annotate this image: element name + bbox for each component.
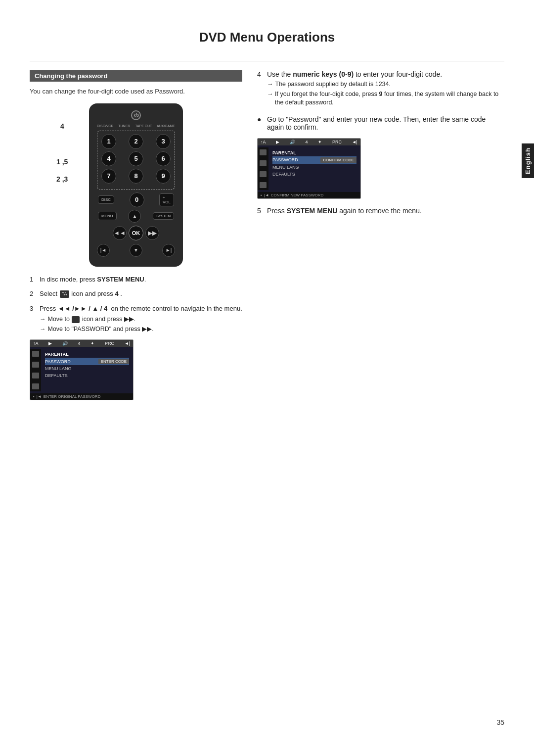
menu-icon-4 (32, 383, 39, 389)
menu-icon-5 (260, 149, 267, 155)
power-button-icon: ⏻ (131, 110, 141, 120)
page-number: 35 (496, 718, 504, 726)
menu-bottom-icon-2: |◄ (37, 394, 42, 399)
section-header: Changing the password (30, 70, 242, 82)
num-btn-0: 0 (130, 192, 144, 207)
menu-body-2: PARENTAL PASSWORD CONFIRM CODE MENU LANG… (258, 145, 360, 192)
menu-icon-3 (32, 373, 39, 378)
sub-bullet-4-1: → The password supplied by default is 12… (267, 80, 504, 89)
menu-item-password-2: PASSWORD CONFIRM CODE (272, 156, 356, 164)
step-content-2: Select TA icon and press 4 . (40, 289, 242, 299)
step-3-subbullets: → Move to icon and press ▶▶. → Move to "… (40, 315, 242, 333)
step-3: 3 Press ◄◄ /►► / ▲ / 4 on the remote con… (30, 304, 242, 335)
remote-label-1-5: 1 ,5 (56, 158, 68, 166)
steps-list-left: 1 In disc mode, press SYSTEM MENU. 2 Sel… (30, 275, 242, 335)
ok-btn: OK (129, 226, 143, 240)
menu-sidebar-2: PARENTAL PASSWORD CONFIRM CODE MENU LANG… (258, 147, 360, 190)
up-btn: ▲ (128, 210, 141, 223)
menu-screenshot-1: ↑A ▶ 🔊 4 ✦ PRC ◄| (30, 339, 134, 400)
menu-item-parental-2: PARENTAL (272, 149, 356, 156)
menu-screenshot-2: ↑A ▶ 🔊 4 ✦ PRC ◄| (257, 138, 361, 199)
arrow-cluster: ◄◄ OK ▶▶ (97, 225, 175, 241)
menu-bottom-icon-1: ▪ (33, 394, 35, 399)
step-bullet: ● Go to "Password" and enter your new co… (257, 115, 504, 131)
step-num-bullet: ● (257, 115, 264, 131)
step-num-2: 2 (30, 289, 37, 299)
num-btn-9: 9 (156, 169, 171, 184)
next-btn: ►| (162, 244, 175, 257)
menu-btn: MENU (98, 212, 117, 220)
menu-item-menulang-1: MENU LANG (45, 365, 129, 372)
menu-bottom-bar-1: ▪ |◄ ENTER ORIGINAL PASSWORD (30, 393, 133, 400)
num-btn-1: 1 (101, 134, 116, 149)
menu-icon-2 (32, 362, 39, 368)
prev-btn: |◄ (97, 244, 110, 257)
middle-controls: DISC 0 +VOL (97, 192, 175, 207)
remote-label-4: 4 (60, 122, 64, 130)
disc-btn: DISC (98, 195, 114, 204)
menu-bottom-label-2: CONFIRM NEW PASSWORD (271, 193, 324, 197)
sub-bullet-3-2: → Move to "PASSWORD" and press ▶▶. (40, 325, 242, 334)
vol-btn: +VOL (159, 193, 174, 206)
menu-item-defaults-2: DEFAULTS (272, 171, 356, 178)
step-num-4: 4 (257, 70, 264, 108)
num-btn-5: 5 (129, 151, 143, 166)
rewind-btn: ◄◄ (113, 226, 127, 240)
step-num-1: 1 (30, 275, 37, 284)
sub-bullet-4-2: → If you forget the four-digit code, pre… (267, 90, 504, 107)
right-column: 4 Use the numeric keys (0-9) to enter yo… (257, 70, 504, 400)
step-num-5: 5 (257, 207, 264, 215)
menu-bottom-icon-3: ▪ (261, 193, 262, 197)
menu-items-col-2: PARENTAL PASSWORD CONFIRM CODE MENU LANG… (268, 147, 360, 190)
menu-body-1: PARENTAL PASSWORD ENTER CODE MENU LANG D… (30, 347, 133, 393)
menu-sidebar-1: PARENTAL PASSWORD ENTER CODE MENU LANG D… (30, 349, 133, 391)
step-content-bullet: Go to "Password" and enter your new code… (267, 115, 504, 131)
down-btn: ▼ (130, 244, 142, 257)
fastforward-btn: ▶▶ (145, 226, 159, 240)
menu-item-parental-1: PARENTAL (45, 351, 129, 358)
menu-item-menulang-2: MENU LANG (272, 164, 356, 171)
step-4: 4 Use the numeric keys (0-9) to enter yo… (257, 70, 504, 108)
menu-icons-col-2 (258, 147, 268, 190)
step-content-5: Press SYSTEM MENU again to remove the me… (267, 207, 504, 215)
menu-icon-7 (260, 171, 267, 177)
menu-items-col-1: PARENTAL PASSWORD ENTER CODE MENU LANG D… (41, 349, 133, 391)
source-row: DISC/VCR TUNER TAPE CUT AUX/GAME (97, 124, 175, 128)
num-btn-4: 4 (101, 151, 116, 166)
menu-bottom-label-1: ENTER ORIGINAL PASSWORD (44, 394, 101, 399)
step-5: 5 Press SYSTEM MENU again to remove the … (257, 207, 504, 215)
num-btn-7: 7 (101, 169, 116, 184)
menu-icon-6 (260, 160, 267, 166)
step-content-3: Press ◄◄ /►► / ▲ / 4 on the remote contr… (40, 304, 242, 335)
menu-system-row: MENU ▲ SYSTEM (97, 210, 175, 223)
menu-bottom-icon-4: |◄ (264, 193, 269, 197)
num-btn-8: 8 (129, 169, 143, 184)
remote-illustration: 4 1 ,5 2 ,3 ⏻ D (30, 103, 242, 267)
step-4-subbullets: → The password supplied by default is 12… (267, 80, 504, 107)
step-num-3: 3 (30, 304, 37, 335)
num-btn-2: 2 (129, 134, 143, 149)
enter-code-box: ENTER CODE (98, 359, 129, 364)
num-btn-3: 3 (156, 134, 171, 149)
menu-top-bar-1: ↑A ▶ 🔊 4 ✦ PRC ◄| (30, 340, 133, 347)
menu-item-password-1: PASSWORD ENTER CODE (45, 358, 129, 365)
ta-icon: TA (60, 290, 69, 298)
numeric-keypad: 1 2 3 4 5 6 7 8 (97, 131, 175, 189)
section-description: You can change the four-digit code used … (30, 87, 242, 96)
step-content-4: Use the numeric keys (0-9) to enter your… (267, 70, 504, 108)
language-tab: English (522, 143, 534, 178)
menu-item-defaults-1: DEFAULTS (45, 372, 129, 379)
page-title: DVD Menu Operations (30, 30, 504, 49)
menu-icon-1 (32, 351, 39, 357)
step-content-1: In disc mode, press SYSTEM MENU. (40, 275, 242, 284)
icon-sq-1 (72, 316, 80, 323)
menu-top-bar-2: ↑A ▶ 🔊 4 ✦ PRC ◄| (258, 139, 360, 145)
remote-label-2-3: 2 ,3 (56, 175, 68, 183)
sub-bullet-3-1: → Move to icon and press ▶▶. (40, 315, 242, 324)
system-btn: SYSTEM (153, 212, 174, 220)
step-1: 1 In disc mode, press SYSTEM MENU. (30, 275, 242, 284)
step-2: 2 Select TA icon and press 4 . (30, 289, 242, 299)
menu-icon-8 (260, 182, 267, 188)
confirm-code-box: CONFIRM CODE (320, 157, 356, 163)
left-column: Changing the password You can change the… (30, 70, 242, 400)
